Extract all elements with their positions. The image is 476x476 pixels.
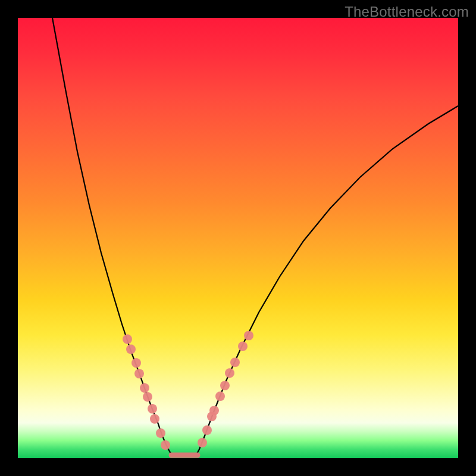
dots-right [198, 331, 253, 447]
data-dot [198, 438, 207, 447]
data-dot [244, 331, 253, 340]
data-dot [161, 440, 170, 450]
data-dot [126, 345, 136, 354]
data-dot [123, 334, 132, 344]
outer-frame: TheBottleneck.com [0, 0, 476, 476]
left-curve [52, 18, 173, 456]
dots-left [123, 334, 170, 450]
data-dot [134, 369, 144, 378]
data-dot [230, 358, 240, 367]
data-dot [150, 414, 159, 424]
data-dot [202, 425, 212, 435]
data-dot [238, 342, 248, 351]
chart-svg [18, 18, 458, 458]
data-dot [225, 368, 234, 378]
data-dot [220, 381, 230, 390]
data-dot [131, 358, 141, 368]
plot-area [18, 18, 458, 458]
data-dot [156, 428, 165, 438]
data-dot [209, 406, 219, 415]
data-dot [215, 392, 225, 401]
data-dot [148, 404, 157, 414]
data-dot [140, 383, 149, 393]
data-dot [143, 392, 152, 402]
right-curve [196, 106, 458, 456]
